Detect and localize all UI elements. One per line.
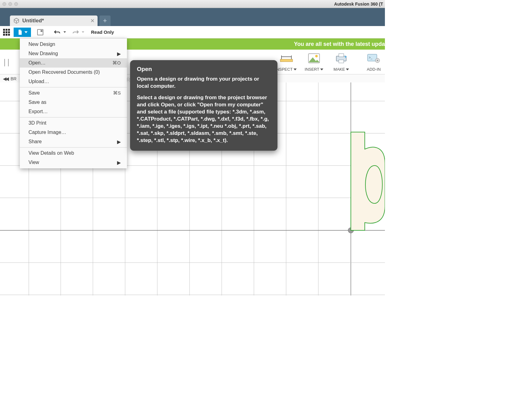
menu-view[interactable]: View▶: [20, 158, 127, 167]
menu-separator: [20, 87, 127, 87]
menu-save-as[interactable]: Save as: [20, 98, 127, 107]
minimize-window-icon[interactable]: [8, 2, 12, 6]
script-gear-icon: >_: [363, 51, 385, 65]
ribbon-make-label: MAKE: [334, 67, 345, 72]
shortcut-label: ⌘S: [113, 90, 121, 96]
ribbon-insert-label: INSERT: [305, 67, 319, 72]
svg-rect-8: [339, 60, 344, 63]
undo-dropdown-icon[interactable]: [63, 31, 66, 33]
cube-icon: [13, 17, 20, 24]
svg-point-5: [315, 55, 318, 57]
redo-dropdown-icon[interactable]: [82, 31, 84, 33]
menu-separator: [20, 147, 127, 148]
tooltip-body: Select a design or drawing from the proj…: [137, 94, 271, 144]
traffic-lights: [2, 2, 18, 6]
image-icon: [302, 51, 326, 65]
chevron-down-icon: [320, 69, 323, 70]
menu-3d-print[interactable]: 3D Print: [20, 118, 127, 128]
ribbon-make[interactable]: MAKE: [329, 50, 353, 72]
redo-button[interactable]: [72, 28, 79, 37]
tab-label: Untitled*: [22, 18, 89, 24]
readonly-status: Read Only: [91, 29, 114, 35]
file-icon: [17, 29, 23, 35]
sketch-profile[interactable]: [351, 132, 385, 230]
close-tab-icon[interactable]: ×: [90, 17, 94, 24]
file-menu-button[interactable]: [14, 28, 31, 37]
menu-open[interactable]: Open…⌘O: [20, 58, 127, 68]
ribbon-addins[interactable]: >_ ADD-IN: [363, 50, 385, 72]
ribbon-inspect-label: NSPECT: [276, 67, 293, 72]
submenu-arrow-icon: ▶: [117, 139, 121, 145]
shortcut-label: ⌘O: [112, 60, 121, 66]
browser-label: BR: [11, 76, 16, 81]
menu-upload[interactable]: Upload…: [20, 77, 127, 86]
chevron-down-icon: [24, 31, 28, 33]
svg-text:>_: >_: [369, 56, 373, 59]
close-window-icon[interactable]: [2, 2, 6, 6]
menu-separator: [20, 117, 127, 118]
update-banner-text: You are all set with the latest upda: [294, 41, 385, 47]
save-icon: [37, 29, 43, 35]
add-tab-button[interactable]: +: [99, 16, 111, 26]
ribbon-drag-handle[interactable]: [4, 59, 9, 66]
undo-icon: [54, 29, 61, 35]
menu-capture-image[interactable]: Capture Image…: [20, 128, 127, 137]
help-tooltip: Open Opens a design or drawing from your…: [130, 60, 277, 151]
main-toolbar: Read Only: [0, 26, 385, 38]
app-grid-button[interactable]: [3, 28, 10, 37]
menu-save[interactable]: Save⌘S: [20, 88, 127, 98]
app-title: Autodesk Fusion 360 (T: [18, 2, 385, 7]
menu-new-drawing[interactable]: New Drawing▶: [20, 49, 127, 58]
printer-icon: [329, 51, 353, 65]
app-grid-icon: [3, 29, 10, 36]
svg-rect-7: [339, 54, 344, 57]
zoom-window-icon[interactable]: [14, 2, 18, 6]
svg-point-12: [377, 60, 378, 61]
document-tab[interactable]: Untitled* ×: [10, 16, 98, 26]
ribbon-insert[interactable]: INSERT: [302, 50, 326, 72]
submenu-arrow-icon: ▶: [117, 51, 121, 57]
chevron-down-icon: [346, 69, 349, 70]
menu-open-recovered[interactable]: Open Recovered Documents (0): [20, 68, 127, 77]
undo-button[interactable]: [54, 28, 61, 37]
save-button[interactable]: [33, 28, 43, 37]
menu-view-web[interactable]: View Details on Web: [20, 149, 127, 158]
ribbon-addins-label: ADD-IN: [367, 67, 381, 72]
submenu-arrow-icon: ▶: [117, 160, 121, 166]
mac-titlebar: Autodesk Fusion 360 (T: [0, 0, 385, 8]
tooltip-intro: Opens a design or drawing from your proj…: [137, 76, 271, 90]
tooltip-title: Open: [137, 66, 271, 73]
menu-share[interactable]: Share▶: [20, 137, 127, 146]
menu-export[interactable]: Export…: [20, 107, 127, 116]
svg-rect-0: [280, 59, 293, 62]
menu-new-design[interactable]: New Design: [20, 40, 127, 49]
tab-strip: Untitled* × +: [0, 8, 385, 26]
rewind-icon[interactable]: ◀◀: [3, 76, 8, 81]
redo-icon: [72, 29, 79, 35]
ruler-icon: [274, 51, 299, 65]
ribbon-inspect[interactable]: NSPECT: [274, 50, 299, 72]
file-menu-dropdown: New Design New Drawing▶ Open…⌘O Open Rec…: [20, 38, 127, 168]
chevron-down-icon: [294, 69, 297, 70]
